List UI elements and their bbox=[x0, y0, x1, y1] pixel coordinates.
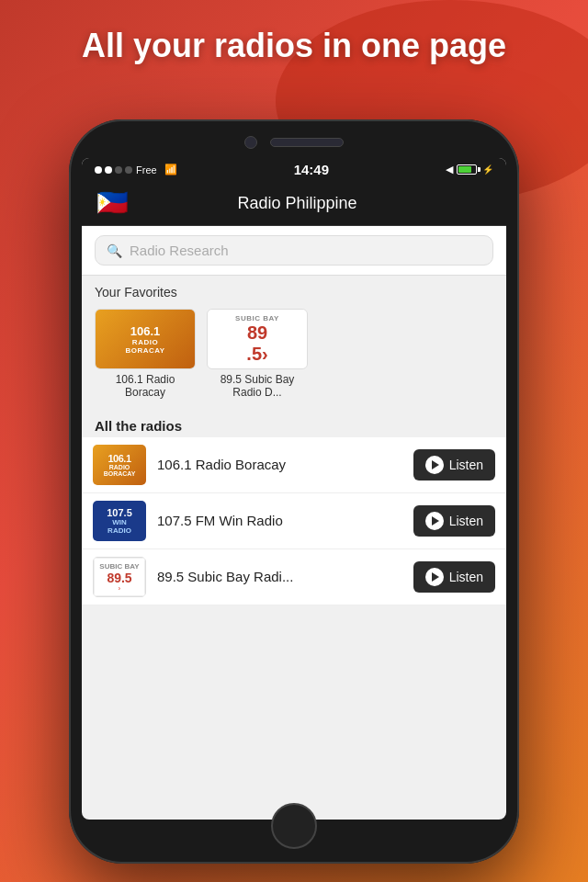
phone-frame: Free 📶 14:49 ◀ ⚡ 🇵🇭 Radio Philippine bbox=[69, 119, 519, 864]
wifi-icon: 📶 bbox=[164, 164, 177, 175]
listen-button-win[interactable]: Listen bbox=[413, 505, 495, 537]
favorite-thumb-boracay: 106.1 RADIO BORACAY bbox=[95, 309, 196, 369]
favorite-item-subic[interactable]: SUBIC BAY 89 .5› 89.5 Subic Bay Radio D.… bbox=[207, 309, 308, 400]
flag-icon: 🇵🇭 bbox=[96, 190, 129, 216]
radio-thumb-subic: SUBIC BAY 89.5 › bbox=[93, 557, 146, 597]
camera bbox=[244, 136, 257, 149]
app-header: 🇵🇭 Radio Philippine bbox=[82, 181, 506, 226]
search-bar[interactable]: 🔍 Radio Research bbox=[95, 235, 493, 266]
radio-name-win: 107.5 FM Win Radio bbox=[157, 513, 402, 528]
content-area: Your Favorites 106.1 RADIO BORACAY 106.1… bbox=[82, 276, 506, 810]
search-container: 🔍 Radio Research bbox=[82, 226, 506, 276]
listen-label-win: Listen bbox=[449, 514, 483, 528]
battery-icon: ⚡ bbox=[457, 164, 493, 175]
status-bar: Free 📶 14:49 ◀ ⚡ bbox=[82, 158, 506, 181]
phone-top-bar bbox=[69, 119, 519, 158]
carrier-label: Free bbox=[136, 164, 157, 175]
signal-dot-1 bbox=[95, 166, 102, 174]
status-time: 14:49 bbox=[294, 162, 329, 177]
radio-thumb-boracay: 106.1 Radio Boracay bbox=[93, 445, 146, 485]
speaker bbox=[270, 138, 344, 147]
play-icon-boracay bbox=[425, 456, 444, 474]
all-radios-label: All the radios bbox=[82, 411, 506, 437]
play-icon-win bbox=[425, 512, 444, 530]
favorite-label-boracay: 106.1 Radio Boracay bbox=[95, 373, 196, 400]
radio-item-boracay: 106.1 Radio Boracay 106.1 Radio Boracay … bbox=[82, 437, 506, 493]
radio-name-boracay: 106.1 Radio Boracay bbox=[157, 457, 402, 472]
signal-dot-2 bbox=[105, 166, 112, 174]
signal-dot-4 bbox=[125, 166, 132, 174]
listen-button-subic[interactable]: Listen bbox=[413, 561, 495, 593]
radio-item-win: 107.5 WIN RADIO 107.5 FM Win Radio Liste… bbox=[82, 493, 506, 549]
radio-thumb-win: 107.5 WIN RADIO bbox=[93, 501, 146, 541]
signal-dot-3 bbox=[115, 166, 122, 174]
listen-label-subic: Listen bbox=[449, 570, 483, 584]
radio-list: 106.1 Radio Boracay 106.1 Radio Boracay … bbox=[82, 437, 506, 605]
search-placeholder: Radio Research bbox=[130, 243, 481, 258]
hero-title: All your radios in one page bbox=[0, 26, 588, 65]
listen-button-boracay[interactable]: Listen bbox=[413, 449, 495, 481]
play-icon-subic bbox=[425, 568, 444, 586]
search-icon: 🔍 bbox=[107, 243, 122, 258]
phone-screen: Free 📶 14:49 ◀ ⚡ 🇵🇭 Radio Philippine bbox=[82, 158, 506, 820]
favorites-section-label: Your Favorites bbox=[82, 276, 506, 305]
listen-label-boracay: Listen bbox=[449, 458, 483, 472]
app-title: Radio Philippine bbox=[140, 194, 455, 213]
favorite-item-boracay[interactable]: 106.1 RADIO BORACAY 106.1 Radio Boracay bbox=[95, 309, 196, 400]
favorites-scroll[interactable]: 106.1 RADIO BORACAY 106.1 Radio Boracay … bbox=[82, 305, 506, 411]
location-icon: ◀ bbox=[446, 164, 453, 175]
radio-item-subic: SUBIC BAY 89.5 › 89.5 Subic Bay Radi... … bbox=[82, 549, 506, 605]
radio-name-subic: 89.5 Subic Bay Radi... bbox=[157, 569, 402, 584]
favorite-thumb-subic: SUBIC BAY 89 .5› bbox=[207, 309, 308, 369]
home-button[interactable] bbox=[271, 803, 317, 849]
favorite-label-subic: 89.5 Subic Bay Radio D... bbox=[207, 373, 308, 400]
